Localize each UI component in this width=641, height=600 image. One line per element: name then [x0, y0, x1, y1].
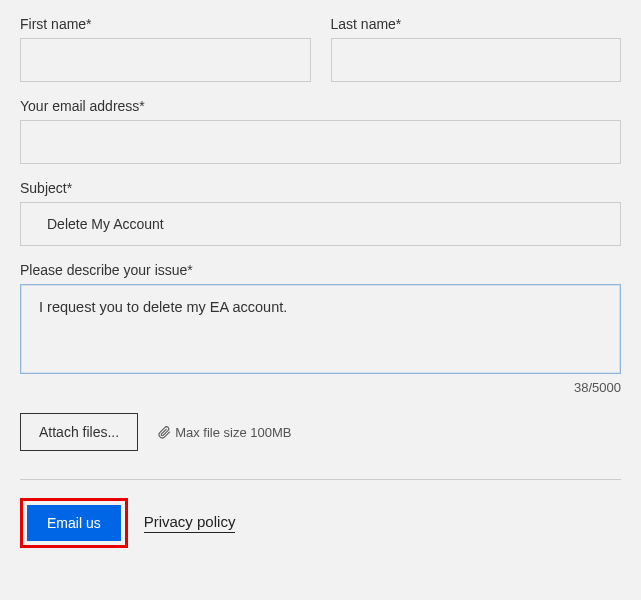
last-name-label: Last name* — [331, 16, 622, 32]
issue-label: Please describe your issue* — [20, 262, 621, 278]
first-name-label: First name* — [20, 16, 311, 32]
first-name-input[interactable] — [20, 38, 311, 82]
highlight-box: Email us — [20, 498, 128, 548]
subject-input[interactable] — [20, 202, 621, 246]
subject-label: Subject* — [20, 180, 621, 196]
email-input[interactable] — [20, 120, 621, 164]
email-us-button[interactable]: Email us — [27, 505, 121, 541]
last-name-input[interactable] — [331, 38, 622, 82]
paperclip-icon — [158, 426, 171, 439]
divider — [20, 479, 621, 480]
privacy-policy-link[interactable]: Privacy policy — [144, 513, 236, 533]
attach-files-button[interactable]: Attach files... — [20, 413, 138, 451]
char-counter: 38/5000 — [20, 380, 621, 395]
email-label: Your email address* — [20, 98, 621, 114]
issue-textarea[interactable] — [20, 284, 621, 374]
file-size-hint: Max file size 100MB — [158, 425, 291, 440]
file-size-hint-text: Max file size 100MB — [175, 425, 291, 440]
